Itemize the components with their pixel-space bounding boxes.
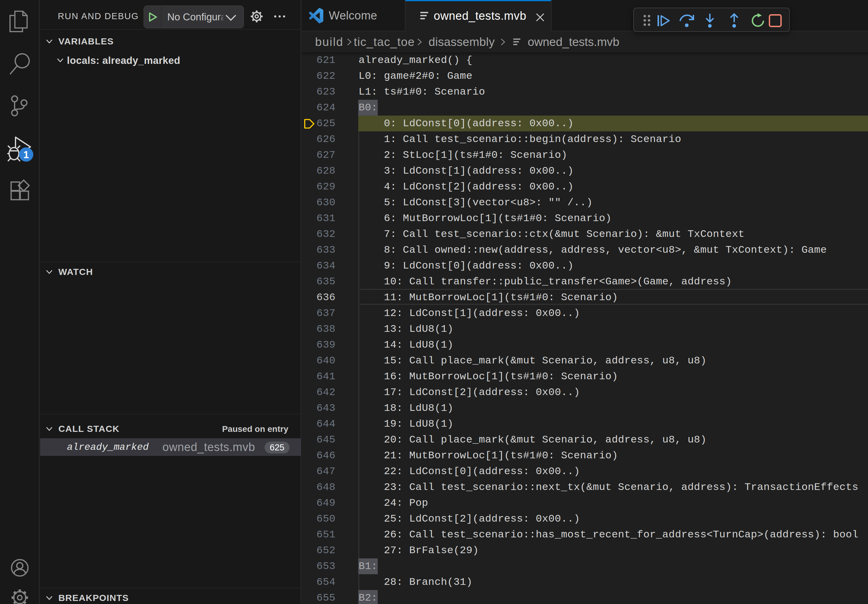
svg-text:1: 1	[23, 149, 29, 160]
